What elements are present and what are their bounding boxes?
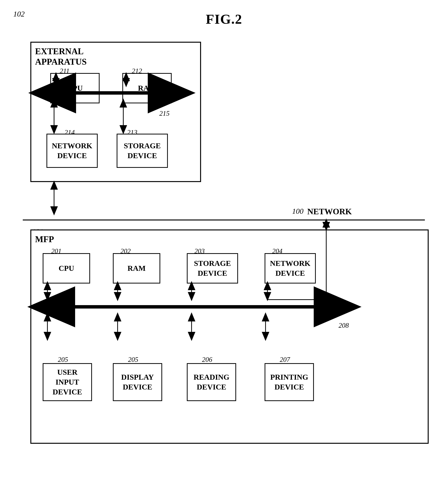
mfp-cpu-box: CPU — [43, 253, 90, 284]
ext-network-box: NETWORKDEVICE — [47, 134, 98, 168]
network-label: NETWORK — [307, 207, 352, 216]
mfp-printing-box: PRINTINGDEVICE — [265, 363, 314, 401]
external-apparatus-box: EXTERNALAPPARATUS 211 212 CPU RAM 215 21… — [30, 42, 201, 182]
mfp-display-box: DISPLAYDEVICE — [113, 363, 162, 401]
ref-208: 208 — [338, 321, 349, 329]
ref-205b: 205 — [128, 356, 138, 364]
ref-207: 207 — [280, 356, 290, 364]
ext-cpu-box: CPU — [50, 73, 100, 103]
mfp-ram-box: RAM — [113, 253, 160, 284]
mfp-storage-box: STORAGEDEVICE — [187, 253, 238, 284]
page-title: FIG.2 — [0, 0, 448, 27]
ref-100: 100 — [292, 207, 303, 216]
ext-ram-box: RAM — [122, 73, 172, 103]
mfp-label: MFP — [35, 234, 54, 244]
ref-102: 102 — [13, 10, 25, 18]
ref-215: 215 — [159, 110, 170, 117]
external-apparatus-label: EXTERNALAPPARATUS — [35, 46, 87, 67]
ref-206: 206 — [202, 356, 212, 364]
ref-205a: 205 — [58, 356, 68, 364]
mfp-box: MFP 201 202 203 204 CPU RAM STORAGEDEVIC… — [30, 229, 429, 444]
ext-storage-box: STORAGEDEVICE — [117, 134, 168, 168]
mfp-network-box: NETWORKDEVICE — [265, 253, 316, 284]
mfp-uid-box: USERINPUTDEVICE — [43, 363, 92, 401]
mfp-reading-box: READINGDEVICE — [187, 363, 236, 401]
